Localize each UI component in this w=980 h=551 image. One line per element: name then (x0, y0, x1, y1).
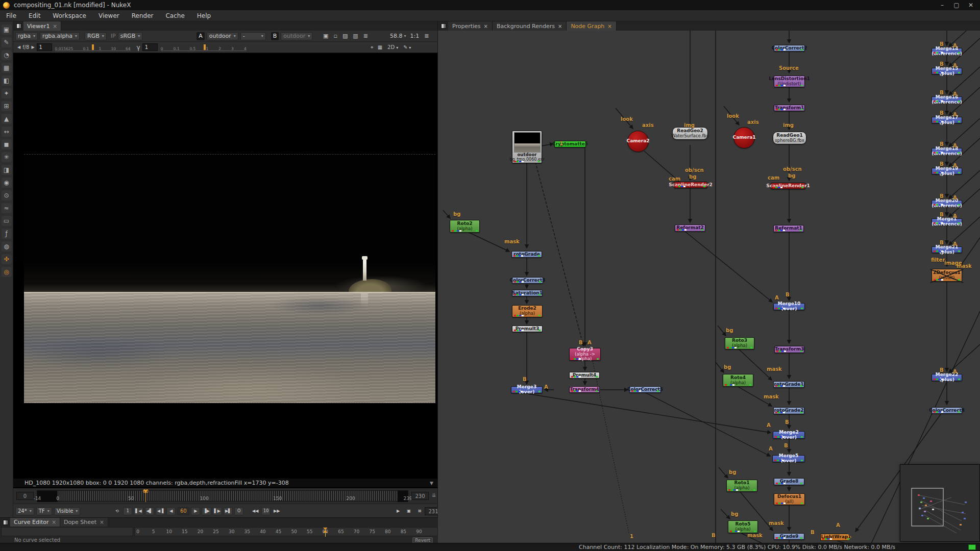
node-Merge15[interactable]: Merge15 (plus) (932, 68, 962, 74)
transport-btn[interactable]: ▌◀ (134, 507, 143, 515)
gamma-display-icon[interactable]: ▫ (333, 33, 337, 39)
node-Grade9[interactable]: Grade9 (774, 533, 804, 540)
transport-btn[interactable]: ◀▐ (156, 507, 165, 515)
dope-ruler[interactable]: 051015202530354045505560657075808590 (134, 527, 438, 536)
wipe-dropdown[interactable]: -▾ (240, 32, 266, 40)
monitor-out-icon[interactable]: ▣ (323, 33, 328, 39)
transport-btn[interactable]: ▶▌ (224, 507, 233, 515)
current-frame[interactable]: 60 (177, 507, 189, 515)
image-read-icon[interactable]: ▣ (2, 24, 12, 35)
transport-btn[interactable]: ◀ (166, 507, 176, 515)
transport-btn[interactable]: O (234, 507, 243, 515)
node-Defocus1[interactable]: Defocus1(all) (774, 493, 805, 505)
node-Premult4[interactable]: Premult4 (569, 372, 600, 379)
minimap[interactable] (900, 464, 980, 542)
step-forward[interactable]: ▶▶ (272, 507, 281, 515)
plugins-icon[interactable]: ◎ (2, 267, 12, 277)
menu-cache[interactable]: Cache (159, 12, 190, 19)
info-collapse-icon[interactable]: ▼ (430, 481, 433, 486)
panel-icon[interactable] (441, 23, 446, 29)
node-Merge18[interactable]: Merge18 (difference) (932, 148, 962, 155)
menu-help[interactable]: Help (191, 12, 217, 19)
close-button[interactable]: ✕ (964, 2, 978, 9)
channel-icon[interactable]: ▦ (2, 63, 12, 73)
tab-close-icon[interactable]: × (53, 23, 57, 29)
gain-prev-icon[interactable]: ◀ (17, 45, 20, 49)
menu-edit[interactable]: Edit (22, 12, 46, 19)
node-ColorCorrect5[interactable]: ColorCorrect5 (629, 386, 661, 393)
monitor-icon[interactable]: ≣ (424, 33, 429, 39)
node-Roto1[interactable]: Roto1(alpha) (726, 480, 757, 492)
node-Erode2[interactable]: Erode2(alpha) (512, 305, 543, 317)
filter-icon[interactable]: ✦ (2, 88, 12, 98)
tab-background-renders[interactable]: Background Renders× (493, 21, 567, 31)
node-Roto2[interactable]: Roto2(alpha) (450, 220, 480, 233)
transport-btn[interactable]: 1 (123, 507, 132, 515)
visible-dropdown[interactable]: Visible▾ (54, 507, 81, 515)
node-Camera2[interactable]: Camera2 (627, 131, 649, 152)
menu-workspace[interactable]: Workspace (46, 12, 92, 19)
display-style-dropdown[interactable]: RGB▾ (85, 32, 107, 40)
node-ScanlineRender1[interactable]: ScanlineRender1 (771, 183, 805, 189)
range-chevron-icon[interactable]: ⇊ (432, 492, 436, 498)
node-Transform1[interactable]: Transform1 (774, 105, 805, 111)
gain-slider[interactable]: 0.0156250.111064 (55, 44, 131, 51)
metadata-icon[interactable]: ≈ (2, 203, 12, 213)
b-buffer-chip[interactable]: B (271, 32, 279, 40)
node-Merge10[interactable]: Merge10 (over) (773, 303, 805, 310)
node-graph-panel[interactable]: Properties×Background Renders×Node Graph… (438, 21, 980, 543)
frame-increment[interactable]: 10 (261, 507, 271, 515)
zoom-level-dropdown[interactable]: 58.8 (390, 33, 403, 39)
render-flag-icon[interactable]: ▶ (394, 507, 403, 515)
node-Merge2[interactable]: Merge2 (over) (773, 431, 805, 439)
tab-node-graph[interactable]: Node Graph× (567, 21, 616, 31)
node-Roto5[interactable]: Roto5(alpha) (728, 520, 758, 533)
node-Roto3[interactable]: Roto3(alpha) (725, 337, 754, 349)
node-rotoGrade2[interactable]: rotoGrade2 (773, 407, 804, 414)
node-ColorCorrect3[interactable]: ColorCorrect3 (512, 277, 543, 284)
node-Merge17[interactable]: Merge17 (plus) (932, 117, 962, 123)
panel-icon[interactable] (3, 520, 8, 525)
color-icon[interactable]: ◧ (2, 76, 12, 86)
transport-btn[interactable]: ⟲ (112, 507, 121, 515)
panel-icon[interactable] (16, 23, 21, 29)
proxy-grid-icon[interactable]: ▦ (378, 44, 382, 51)
transport-btn[interactable]: ▶ (191, 507, 200, 515)
tab-curve-editor[interactable]: Curve Editor× (10, 518, 60, 527)
gamma-slider[interactable]: 00.10.51234 (161, 44, 247, 51)
maximize-button[interactable]: ▢ (949, 2, 964, 9)
step-back[interactable]: ◀◀ (251, 507, 260, 515)
proxy-ratio[interactable]: 1:1 (410, 33, 420, 39)
views-icon[interactable]: ◉ (2, 178, 12, 188)
node-Saturation1[interactable]: Saturation1 (512, 290, 543, 296)
node-Reformat1[interactable]: Reformat1 (773, 225, 804, 232)
deep-icon[interactable]: ◨ (2, 165, 12, 175)
ofx-icon[interactable]: ✣ (2, 254, 12, 264)
gain-label[interactable]: f/8 (22, 44, 29, 50)
menu-file[interactable]: File (0, 12, 22, 19)
node-Merge22[interactable]: Merge22 (plus) (932, 374, 962, 381)
layout-icon[interactable]: ≣ (363, 33, 368, 39)
node-Merge1[interactable]: Merge1 (difference) (932, 218, 962, 225)
viewer-image[interactable] (24, 154, 435, 403)
node-Merge20[interactable]: Merge20 (difference) (932, 200, 962, 207)
transport-btn[interactable]: ◀▌ (145, 507, 154, 515)
gain-input[interactable]: 1 (37, 43, 52, 51)
matte-dropdown[interactable]: rgba.alpha▾ (40, 32, 80, 40)
menu-render[interactable]: Render (126, 12, 160, 19)
timeline-frames-dropdown[interactable]: TF▾ (36, 507, 52, 515)
tab-viewer1[interactable]: Viewer1 × (23, 21, 61, 31)
view-mode-dropdown[interactable]: 2D ▾ (387, 44, 398, 50)
other-icon[interactable]: ƒ (2, 229, 12, 239)
viewer-lut-dropdown[interactable]: sRGB▾ (118, 32, 142, 40)
node-Merge14[interactable]: Merge14 (difference) (932, 48, 962, 55)
node-LightWrap1[interactable]: LightWrap1 (820, 534, 852, 541)
node-ZDefocus1[interactable]: ZDefocus1(result) (932, 269, 962, 282)
minimize-button[interactable]: – (935, 2, 949, 9)
node-Transform3[interactable]: Transform3 (774, 346, 804, 353)
transport-btn[interactable]: ▌▶ (213, 507, 222, 515)
node-Merge3[interactable]: Merge3 (over) (511, 386, 543, 393)
node-rotoGrade[interactable]: rotoGrade (511, 251, 542, 258)
node-ReadGeo2[interactable]: ReadGeo2WaterSurface.fbx (672, 127, 708, 140)
input-process-toggle[interactable]: IP (111, 33, 116, 39)
